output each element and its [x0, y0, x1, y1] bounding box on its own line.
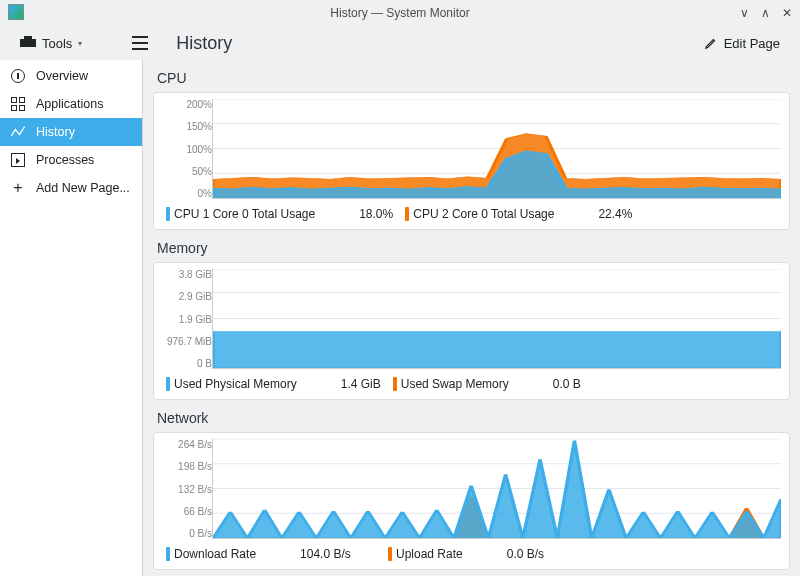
network-y-axis: 264 B/s 198 B/s 132 B/s 66 B/s 0 B/s [162, 439, 212, 539]
sidebar-item-label: Add New Page... [36, 181, 130, 195]
sidebar: Overview Applications History Processes … [0, 60, 143, 576]
plus-icon: + [10, 180, 26, 196]
cpu2-legend-value: 22.4% [598, 207, 632, 221]
minimize-button[interactable]: ∨ [740, 6, 749, 20]
hamburger-button[interactable] [132, 36, 148, 50]
sidebar-item-applications[interactable]: Applications [0, 90, 142, 118]
app-icon [8, 4, 24, 20]
network-card: 264 B/s 198 B/s 132 B/s 66 B/s 0 B/s Dow… [153, 432, 790, 570]
memory-panel-title: Memory [157, 240, 786, 256]
network-panel-title: Network [157, 410, 786, 426]
window-title: History — System Monitor [330, 6, 469, 20]
sidebar-item-label: History [36, 125, 75, 139]
sidebar-item-label: Overview [36, 69, 88, 83]
cpu-card: 200% 150% 100% 50% 0% CPU 1 Core 0 Total… [153, 92, 790, 230]
processes-icon [10, 152, 26, 168]
cpu2-legend-label: CPU 2 Core 0 Total Usage [413, 207, 554, 221]
cpu1-legend-label: CPU 1 Core 0 Total Usage [174, 207, 315, 221]
swap-used-legend-value: 0.0 B [553, 377, 581, 391]
edit-page-button[interactable]: Edit Page [696, 32, 788, 55]
overview-icon [10, 68, 26, 84]
main-content[interactable]: CPU 200% 150% 100% 50% 0% CPU 1 Core 0 T… [143, 60, 800, 576]
applications-icon [10, 96, 26, 112]
network-chart [212, 439, 781, 539]
toolbar: Tools ▾ History Edit Page [0, 26, 800, 60]
sidebar-item-add-page[interactable]: + Add New Page... [0, 174, 142, 202]
cpu-y-axis: 200% 150% 100% 50% 0% [162, 99, 212, 199]
sidebar-item-overview[interactable]: Overview [0, 62, 142, 90]
memory-used-swatch [166, 377, 170, 391]
memory-card: 3.8 GiB 2.9 GiB 1.9 GiB 976.7 MiB 0 B Us… [153, 262, 790, 400]
chevron-down-icon: ▾ [78, 39, 82, 48]
memory-used-legend-value: 1.4 GiB [341, 377, 381, 391]
cpu-panel-title: CPU [157, 70, 786, 86]
upload-legend-label: Upload Rate [396, 547, 463, 561]
download-swatch [166, 547, 170, 561]
tools-menu-button[interactable]: Tools ▾ [12, 32, 90, 55]
page-title: History [176, 33, 232, 54]
memory-used-legend-label: Used Physical Memory [174, 377, 297, 391]
close-button[interactable]: ✕ [782, 6, 792, 20]
pencil-icon [704, 36, 718, 50]
swap-used-legend-label: Used Swap Memory [401, 377, 509, 391]
titlebar: History — System Monitor ∨ ∧ ✕ [0, 0, 800, 26]
upload-swatch [388, 547, 392, 561]
download-legend-value: 104.0 B/s [300, 547, 351, 561]
toolbox-icon [20, 36, 36, 50]
edit-page-label: Edit Page [724, 36, 780, 51]
cpu-chart [212, 99, 781, 199]
cpu1-swatch [166, 207, 170, 221]
swap-used-swatch [393, 377, 397, 391]
sidebar-item-label: Processes [36, 153, 94, 167]
maximize-button[interactable]: ∧ [761, 6, 770, 20]
memory-y-axis: 3.8 GiB 2.9 GiB 1.9 GiB 976.7 MiB 0 B [162, 269, 212, 369]
sidebar-item-label: Applications [36, 97, 103, 111]
cpu1-legend-value: 18.0% [359, 207, 393, 221]
sidebar-item-processes[interactable]: Processes [0, 146, 142, 174]
history-icon [10, 124, 26, 140]
download-legend-label: Download Rate [174, 547, 256, 561]
memory-chart [212, 269, 781, 369]
cpu2-swatch [405, 207, 409, 221]
upload-legend-value: 0.0 B/s [507, 547, 544, 561]
sidebar-item-history[interactable]: History [0, 118, 142, 146]
tools-label: Tools [42, 36, 72, 51]
